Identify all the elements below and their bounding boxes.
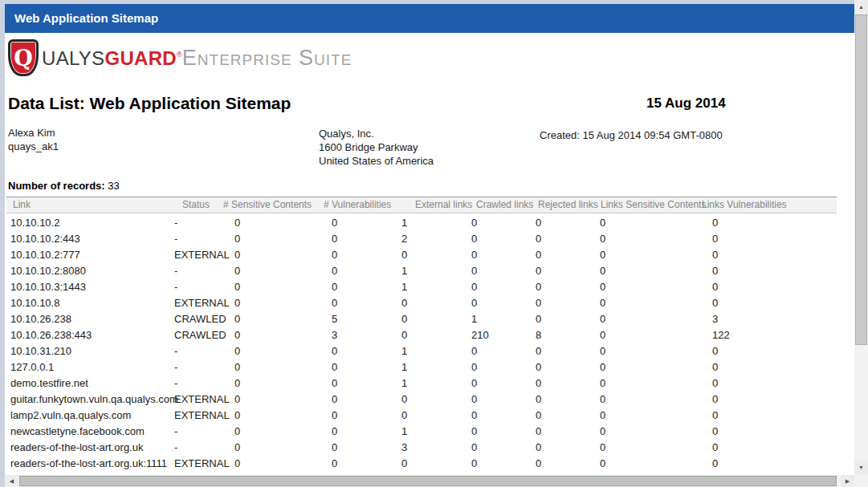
value-cell: 0 [536, 231, 541, 247]
link-cell: 10.10.26.238 [10, 311, 71, 327]
value-cell: 0 [536, 375, 541, 392]
value-cell: 3 [401, 440, 407, 456]
value-cell: 1 [401, 375, 407, 392]
value-cell: 0 [332, 392, 337, 408]
value-cell: 0 [234, 311, 240, 327]
value-cell: 0 [471, 424, 477, 440]
record-count-label: Number of records: [8, 180, 105, 192]
column-header: Link [13, 199, 31, 210]
value-cell: 0 [234, 343, 240, 359]
value-cell: CRAWLED [174, 327, 226, 343]
value-cell: - [174, 424, 177, 440]
value-cell: 0 [600, 295, 605, 311]
brand-name-red: GUARD [104, 47, 177, 69]
value-cell: 0 [332, 247, 337, 263]
column-header: Rejected links [538, 199, 598, 210]
value-cell: 0 [712, 279, 718, 295]
table-row: newcastletyne.facebook.com-0010000 [6, 424, 837, 440]
value-cell: 0 [401, 456, 407, 472]
value-cell: 0 [600, 392, 605, 408]
link-cell: demo.testfire.net [10, 375, 88, 392]
page-title: Data List: Web Application Sitemap [8, 94, 291, 113]
value-cell: 0 [712, 343, 718, 359]
value-cell: 0 [471, 247, 477, 263]
table-row: 10.10.31.210-0010000 [6, 343, 837, 359]
value-cell: 0 [600, 279, 605, 295]
value-cell: 3 [712, 311, 718, 327]
value-cell: 0 [471, 392, 477, 408]
qualys-shield-icon: Q [8, 39, 39, 76]
horizontal-scrollbar[interactable]: ◀ ▶ [5, 475, 854, 487]
value-cell: - [174, 440, 177, 456]
value-cell: 1 [401, 279, 407, 295]
user-info: Alexa Kim quays_ak1 [8, 126, 59, 153]
user-name: Alexa Kim [8, 126, 59, 140]
link-cell: 10.10.10.2 [10, 215, 59, 231]
value-cell: 1 [401, 424, 407, 440]
value-cell: 0 [234, 375, 240, 392]
table-header-row: LinkStatus# Sensitive Contents# Vulnerab… [6, 197, 837, 213]
value-cell: 0 [536, 263, 541, 279]
value-cell: 0 [536, 215, 541, 231]
screenshot-root: { "window": { "title": "Web Application … [0, 0, 868, 487]
table-row: 127.0.0.1-0010000 [6, 359, 837, 375]
value-cell: - [174, 231, 177, 247]
value-cell: 0 [712, 440, 718, 456]
value-cell: 1 [471, 311, 477, 327]
value-cell: 0 [401, 392, 407, 408]
table-row: 10.10.10.3:1443-0010000 [6, 279, 837, 295]
value-cell: 0 [600, 263, 605, 279]
value-cell: 0 [332, 456, 337, 472]
value-cell: - [174, 279, 177, 295]
value-cell: - [174, 215, 177, 231]
value-cell: 1 [401, 343, 407, 359]
titlebar-title: Web Application Sitemap [14, 11, 158, 25]
value-cell: 0 [471, 456, 477, 472]
value-cell: 0 [600, 247, 605, 263]
value-cell: 0 [536, 295, 541, 311]
value-cell: 0 [712, 215, 718, 231]
link-cell: 10.10.10.2:777 [10, 247, 80, 263]
vertical-scrollbar[interactable]: ▲ ▼ [854, 0, 868, 474]
horizontal-scrollbar-thumb[interactable] [19, 476, 837, 486]
user-id: quays_ak1 [8, 140, 59, 153]
scroll-down-button[interactable]: ▼ [854, 461, 868, 474]
link-cell: 10.10.10.2:8080 [10, 263, 86, 279]
scroll-right-button[interactable]: ▶ [841, 475, 854, 487]
logo-text: UALYSGUARD®Enterprise Suite [42, 46, 352, 71]
value-cell: 0 [401, 295, 407, 311]
table-row: 10.10.10.2:8080-0010000 [6, 263, 837, 279]
value-cell: 0 [600, 231, 605, 247]
value-cell: 0 [600, 408, 605, 424]
scroll-up-button[interactable]: ▲ [854, 0, 868, 14]
value-cell: 0 [471, 408, 477, 424]
value-cell: EXTERNAL [174, 456, 230, 472]
scroll-left-button[interactable]: ◀ [5, 475, 18, 487]
link-cell: 127.0.0.1 [10, 359, 54, 375]
value-cell: 0 [600, 424, 605, 440]
value-cell: 0 [332, 295, 337, 311]
value-cell: 0 [234, 359, 240, 375]
value-cell: 0 [234, 408, 240, 424]
value-cell: 0 [600, 359, 605, 375]
value-cell: 0 [401, 327, 407, 343]
value-cell: 0 [536, 440, 541, 456]
value-cell: 0 [712, 359, 718, 375]
value-cell: 0 [536, 311, 541, 327]
link-cell: readers-of-the-lost-art.org.uk:1111 [10, 456, 167, 472]
value-cell: 8 [536, 327, 541, 343]
value-cell: 0 [712, 424, 718, 440]
value-cell: 5 [332, 311, 337, 327]
column-header: Links Vulnerabilities [702, 199, 787, 210]
value-cell: 0 [600, 311, 605, 327]
value-cell: 0 [471, 440, 477, 456]
value-cell: - [174, 375, 177, 392]
value-cell: 0 [234, 456, 240, 472]
value-cell: 0 [234, 440, 240, 456]
value-cell: 0 [471, 215, 477, 231]
value-cell: 0 [332, 408, 337, 424]
value-cell: 0 [234, 392, 240, 408]
value-cell: 0 [600, 343, 605, 359]
value-cell: 0 [712, 231, 718, 247]
vertical-scrollbar-thumb[interactable] [855, 14, 867, 345]
